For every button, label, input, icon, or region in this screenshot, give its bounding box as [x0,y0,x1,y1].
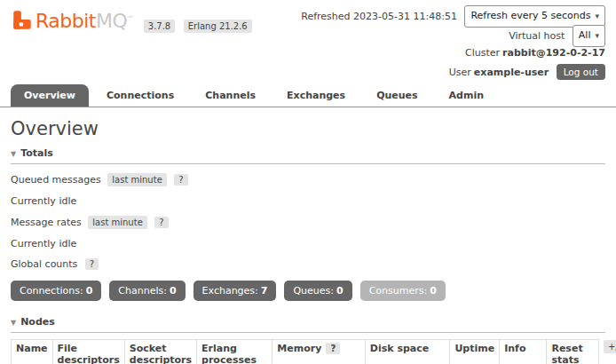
totals-section-header[interactable]: ▼Totals [11,143,605,164]
queued-messages-label: Queued messages [11,174,101,186]
chevron-down-icon: ▾ [595,12,599,20]
channels-count-badge[interactable]: Channels:0 [109,281,185,301]
col-header-uptime: Uptime [450,340,500,364]
exchanges-count-badge[interactable]: Exchanges:7 [193,281,277,301]
channels-count-value: 0 [170,285,177,297]
consumers-count-label: Consumers: [369,285,428,297]
cluster-label: Cluster [465,47,500,59]
refreshed-timestamp: Refreshed 2023-05-31 11:48:51 [301,11,457,22]
nodes-section-header[interactable]: ▼Nodes [11,312,605,333]
rabbitmq-logo[interactable]: RabbitMQ™ [11,9,133,32]
tab-queues[interactable]: Queues [363,84,430,107]
queues-count-label: Queues: [293,285,334,297]
chevron-down-icon: ▾ [595,31,599,40]
nodes-section-title: Nodes [20,316,55,328]
user-name: example-user [474,67,549,78]
collapse-triangle-icon: ▼ [11,150,16,158]
col-header-memory: Memory? [272,340,365,364]
message-rates-idle-text: Currently idle [11,238,605,249]
connections-count-label: Connections: [20,285,83,297]
logout-button[interactable]: Log out [557,64,605,80]
col-header-file-descriptors: File descriptors? [52,340,124,364]
totals-section-title: Totals [20,147,53,159]
memory-help-icon[interactable]: ? [326,343,340,354]
brand-text: RabbitMQ™ [36,10,133,32]
queues-count-value: 0 [336,285,344,297]
brand-rabbit: Rabbit [36,10,96,32]
rabbitmq-logo-icon [11,9,34,32]
consumers-count-badge[interactable]: Consumers:0 [360,281,446,301]
erlang-version-badge: Erlang 21.2.6 [184,20,252,33]
col-header-sd-label: Socket descriptors [130,343,192,364]
global-counts-row: Connections:0 Channels:0 Exchanges:7 Que… [11,281,605,301]
connections-count-value: 0 [86,285,93,297]
rabbitmq-version-badge: 3.7.8 [144,20,175,33]
message-rates-help-icon[interactable]: ? [154,217,168,228]
queued-messages-mode-badge[interactable]: last minute [107,173,166,186]
virtual-host-label: Virtual host [509,30,565,42]
global-counts-help-icon[interactable]: ? [85,258,99,270]
virtual-host-value: All [579,29,591,41]
exchanges-count-label: Exchanges: [202,285,258,297]
queues-count-badge[interactable]: Queues:0 [284,281,351,301]
tab-channels[interactable]: Channels [192,84,269,107]
message-rates-mode-badge[interactable]: last minute [88,216,146,229]
col-header-socket-descriptors: Socket descriptors ? [124,340,196,364]
cluster-name: rabbit@192-0-2-17 [502,47,605,59]
tab-admin[interactable]: Admin [436,84,497,107]
user-label: User [449,67,471,78]
consumers-count-value: 0 [430,285,437,297]
col-header-erlang-processes: Erlang processes [197,340,272,364]
message-rates-label: Message rates [11,217,82,228]
queued-messages-help-icon[interactable]: ? [174,174,187,186]
connections-count-badge[interactable]: Connections:0 [11,281,101,301]
col-header-memory-label: Memory [277,343,321,354]
col-header-fd-label: File descriptors [58,343,120,364]
brand-mq: MQ [96,10,127,32]
exchanges-count-value: 7 [261,285,268,297]
col-header-info: Info [500,340,547,364]
brand-trademark: ™ [127,14,133,21]
tab-exchanges[interactable]: Exchanges [273,84,359,107]
refresh-interval-value: Refresh every 5 seconds [470,10,590,21]
column-selector-button[interactable]: +/- [604,340,616,353]
nodes-table: Name File descriptors? Socket descriptor… [11,339,599,364]
queued-messages-idle-text: Currently idle [11,195,605,207]
col-header-reset-stats: Reset stats [547,340,599,364]
collapse-triangle-icon: ▼ [11,319,16,327]
channels-count-label: Channels: [118,285,167,297]
header: RabbitMQ™ 3.7.8 Erlang 21.2.6 Refreshed … [0,0,616,83]
global-counts-label: Global counts [11,258,77,270]
tab-overview[interactable]: Overview [11,84,89,107]
tab-connections[interactable]: Connections [93,84,187,107]
main-nav-tabs: Overview Connections Channels Exchanges … [0,84,616,107]
col-header-name: Name [12,340,53,364]
page-title: Overview [11,118,605,139]
col-header-disk-space: Disk space [365,340,450,364]
